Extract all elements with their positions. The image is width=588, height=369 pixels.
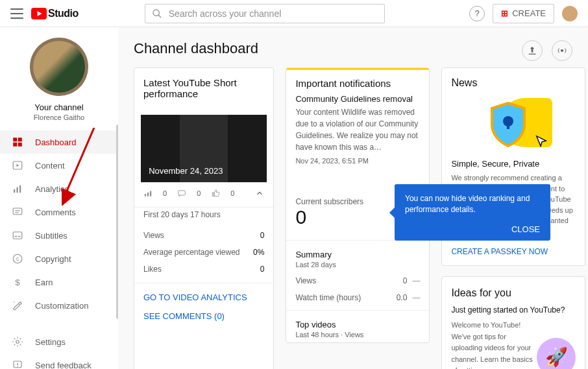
svg-text:$: $	[15, 278, 20, 287]
create-label: CREATE	[512, 8, 546, 18]
ideas-title: Ideas for you	[442, 277, 585, 305]
period-label: First 20 days 17 hours	[134, 210, 273, 219]
ideas-subtitle: Just getting started on YouTube?	[442, 305, 585, 320]
svg-text:c: c	[16, 256, 19, 262]
tooltip-close-button[interactable]: CLOSE	[405, 224, 540, 234]
nav-item-settings[interactable]: Settings	[0, 330, 118, 353]
create-passkey-link[interactable]: CREATE A PASSKEY NOW	[442, 243, 585, 265]
customization-icon	[12, 300, 23, 311]
content-icon	[12, 160, 23, 171]
svg-point-22	[16, 340, 19, 344]
svg-rect-5	[13, 143, 17, 147]
svg-line-2	[158, 15, 161, 18]
stat-comments: 0	[197, 189, 201, 197]
help-button[interactable]: ?	[469, 6, 485, 21]
video-thumbnail[interactable]: November 24, 2023	[141, 115, 267, 182]
metric-value: 0	[260, 265, 265, 274]
top-videos-sub: Last 48 hours · Views	[295, 331, 420, 339]
channel-avatar[interactable]	[30, 38, 88, 96]
top-videos-title: Top videos	[295, 320, 420, 329]
main-content: Channel dashboard Latest YouTube Short p…	[118, 27, 588, 369]
video-title: November 24, 2023	[149, 166, 223, 176]
latest-card-title: Latest YouTube Short performance	[143, 77, 264, 99]
nav-label: Content	[35, 161, 65, 171]
youtube-icon	[31, 8, 47, 19]
nav-item-feedback[interactable]: Send feedback	[0, 353, 118, 369]
stat-views: 0	[163, 189, 167, 197]
nav-label: Subtitles	[35, 231, 67, 241]
nav-label: Earn	[35, 278, 53, 287]
nav-label: Dashboard	[35, 137, 77, 147]
metric-value: 0%	[253, 248, 264, 257]
summary-value: 0	[403, 276, 408, 285]
news-title: News	[442, 68, 585, 89]
upload-button[interactable]	[522, 40, 543, 61]
video-analytics-link[interactable]: GO TO VIDEO ANALYTICS	[134, 286, 273, 305]
nav-item-subtitles[interactable]: Subtitles	[0, 224, 118, 247]
settings-icon	[12, 336, 23, 348]
likes-icon	[211, 189, 220, 198]
nav-item-customization[interactable]: Customization	[0, 294, 118, 317]
metric-row: Likes0	[134, 261, 273, 278]
app-header: Studio Search across your channel ? ⊞ CR…	[0, 0, 588, 27]
create-button[interactable]: ⊞ CREATE	[493, 4, 554, 23]
news-graphic	[474, 94, 552, 152]
tooltip-body: You can now hide video ranking and perfo…	[405, 193, 540, 215]
nav-item-dashboard[interactable]: Dashboard	[0, 130, 118, 154]
earn-icon: $	[12, 276, 23, 288]
nav-label: Settings	[35, 337, 66, 347]
svg-point-25	[17, 366, 18, 367]
nav-label: Analytics	[35, 184, 69, 194]
channel-name: Florence Gaitho	[0, 113, 118, 121]
hamburger-menu[interactable]	[10, 8, 23, 19]
svg-point-21	[14, 302, 15, 303]
studio-logo[interactable]: Studio	[31, 8, 79, 19]
summary-row: Views0—	[286, 272, 429, 289]
svg-rect-28	[145, 194, 146, 196]
notification-item-time: Nov 24, 2023, 6:51 PM	[286, 157, 429, 171]
svg-rect-6	[18, 143, 22, 147]
search-placeholder: Search across your channel	[169, 8, 282, 19]
hint-tooltip: You can now hide video ranking and perfo…	[395, 184, 550, 241]
summary-value: 0.0	[397, 293, 408, 302]
nav-item-content[interactable]: Content	[0, 154, 118, 177]
upload-icon	[527, 45, 537, 56]
nav-label: Customization	[35, 301, 88, 311]
live-icon	[557, 45, 567, 56]
nav-item-analytics[interactable]: Analytics	[0, 177, 118, 200]
svg-point-27	[561, 49, 563, 52]
go-live-button[interactable]	[552, 40, 572, 61]
account-avatar[interactable]	[562, 6, 578, 21]
see-comments-link[interactable]: SEE COMMENTS (0)	[134, 305, 273, 330]
latest-performance-card: Latest YouTube Short performance Novembe…	[134, 67, 274, 369]
channel-label: Your channel	[0, 102, 118, 112]
nav-label: Send feedback	[35, 361, 92, 370]
news-hero-title: Simple, Secure, Private	[442, 159, 585, 173]
comments-icon	[12, 206, 23, 218]
nav-item-copyright[interactable]: cCopyright	[0, 247, 118, 270]
page-title: Channel dashboard	[134, 40, 572, 57]
summary-label: Views	[295, 276, 316, 285]
nav-item-comments[interactable]: Comments	[0, 200, 118, 224]
nav-label: Comments	[35, 208, 76, 217]
svg-rect-30	[150, 191, 151, 196]
svg-rect-8	[14, 189, 15, 193]
comments-icon	[177, 189, 186, 198]
notification-item-title: Community Guidelines removal	[286, 94, 429, 106]
subtitles-icon	[12, 230, 23, 241]
dashboard-icon	[12, 136, 23, 148]
notification-item-body: Your content Wildlife was removed due to…	[286, 106, 429, 157]
copyright-icon: c	[12, 253, 23, 265]
svg-rect-33	[507, 121, 509, 129]
svg-point-1	[153, 10, 159, 16]
chevron-up-icon[interactable]	[255, 189, 264, 198]
ideas-card: Ideas for you Just getting started on Yo…	[441, 276, 585, 369]
notifications-title: Important notifications	[286, 70, 429, 94]
feedback-icon	[12, 359, 23, 369]
stat-likes: 0	[230, 189, 234, 197]
search-input[interactable]: Search across your channel	[145, 4, 385, 23]
summary-delta: —	[412, 276, 420, 285]
shield-icon	[489, 102, 528, 147]
svg-rect-29	[147, 193, 149, 196]
nav-item-earn[interactable]: $Earn	[0, 270, 118, 294]
